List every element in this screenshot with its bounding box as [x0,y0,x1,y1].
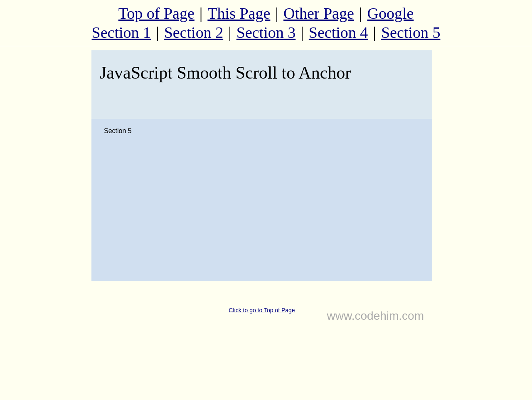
section5-box: Section 5 [91,119,432,281]
nav-separator-1: | [200,4,203,22]
section5-label: Section 5 [104,127,420,135]
nav-link-google[interactable]: Google [367,4,414,22]
nav-link-section4[interactable]: Section 4 [309,23,368,42]
watermark: www.codehim.com [327,309,424,323]
nav-link-top-of-page[interactable]: Top of Page [118,4,195,22]
nav-separator-5: | [228,23,232,42]
nav-link-this-page[interactable]: This Page [207,4,270,22]
nav-separator-2: | [275,4,278,22]
page-title: JavaScript Smooth Scroll to Anchor [100,63,351,83]
bottom-area: Click to go to Top of Page www.codehim.c… [91,285,432,327]
nav-link-section5[interactable]: Section 5 [381,23,440,42]
main-content: JavaScript Smooth Scroll to Anchor Secti… [91,46,432,285]
nav-separator-4: | [156,23,159,42]
go-to-top-link[interactable]: Click to go to Top of Page [229,307,295,314]
nav-link-section3[interactable]: Section 3 [236,23,296,42]
nav-row-1: Top of Page | This Page | Other Page | G… [8,4,524,22]
nav-link-section2[interactable]: Section 2 [164,23,223,42]
nav-separator-7: | [373,23,376,42]
nav-separator-6: | [300,23,304,42]
header-box: JavaScript Smooth Scroll to Anchor [91,50,432,119]
nav-link-other-page[interactable]: Other Page [283,4,354,22]
nav-row-2: Section 1 | Section 2 | Section 3 | Sect… [8,23,524,42]
nav-link-section1[interactable]: Section 1 [92,23,151,42]
navigation: Top of Page | This Page | Other Page | G… [0,0,532,46]
nav-separator-3: | [359,4,362,22]
